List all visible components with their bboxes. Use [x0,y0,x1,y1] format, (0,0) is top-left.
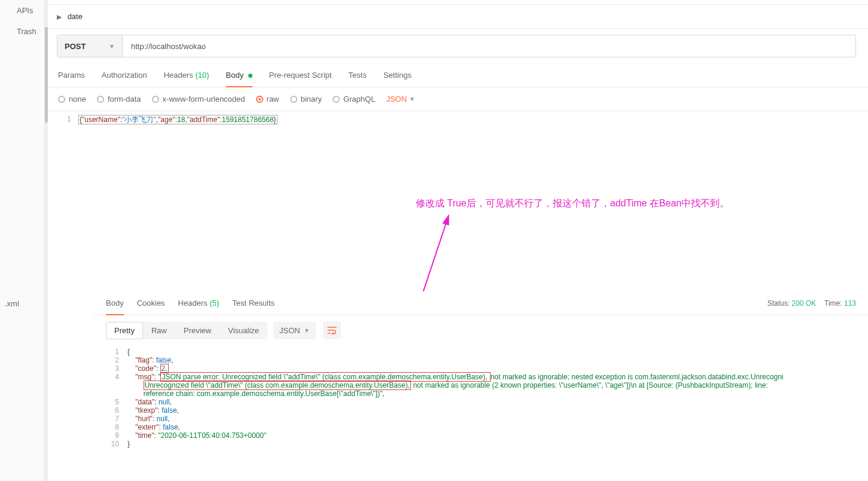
radio-form-data[interactable]: form-data [97,95,141,103]
content-type-select[interactable]: JSON ▼ [386,95,415,103]
sidebar: APIs Trash .xml [0,0,45,481]
resp-tab-cookies[interactable]: Cookies [137,291,165,315]
view-raw[interactable]: Raw [143,322,175,339]
tab-prerequest[interactable]: Pre-request Script [269,63,332,87]
tab-headers-label: Headers [164,71,193,80]
chevron-right-icon: ▶ [57,13,62,21]
main-panel: ▶ date POST ▼ Params Authorization Heade… [45,0,868,481]
tab-tests[interactable]: Tests [349,63,367,87]
url-input[interactable] [123,35,856,57]
wrap-toggle-icon[interactable] [323,321,341,339]
radio-graphql[interactable]: GraphQL [333,95,375,103]
tab-params[interactable]: Params [58,63,85,87]
collapse-label: date [68,12,83,21]
view-pretty[interactable]: Pretty [106,322,143,339]
radio-binary[interactable]: binary [290,95,322,103]
scroll-thumb[interactable] [45,27,48,123]
tab-settings[interactable]: Settings [383,63,412,87]
response-toolbar: Pretty Raw Preview Visualize JSON ▼ [94,315,868,345]
tab-headers-count: (10) [195,71,209,80]
chevron-down-icon: ▼ [304,327,310,334]
request-url-row: POST ▼ [45,29,868,63]
sidebar-trash[interactable]: Trash [0,21,44,42]
annotation-text: 修改成 True后，可见就不行了，报这个错了，addTime 在Bean中找不到… [416,197,729,210]
editor-code: {"userName":"小李飞刀","age":18,"addTime":15… [78,115,278,125]
resp-tab-body[interactable]: Body [106,291,124,315]
response-body-editor[interactable]: 1{ 2 "flag": false, 3 "code": 2, 4 "msg"… [94,345,868,450]
tab-body-label: Body [226,71,244,80]
resp-tab-headers[interactable]: Headers (5) [178,291,220,315]
sidebar-xml-label: .xml [0,297,24,310]
tab-body[interactable]: Body [226,63,252,87]
view-visualize[interactable]: Visualize [220,322,267,339]
view-preview[interactable]: Preview [175,322,220,339]
line-number: 1 [58,115,71,125]
request-body-editor[interactable]: 1 {"userName":"小李飞刀","age":18,"addTime":… [45,111,868,129]
scrollbar[interactable] [45,0,48,481]
radio-urlencoded[interactable]: x-www-form-urlencoded [152,95,245,103]
response-status: Status: 200 OK Time: 113 [768,291,856,315]
chevron-down-icon: ▼ [409,96,415,102]
collapse-row[interactable]: ▶ date [45,5,868,29]
tab-headers[interactable]: Headers (10) [164,63,209,87]
chevron-down-icon: ▼ [109,43,115,50]
radio-raw[interactable]: raw [256,95,279,103]
radio-none[interactable]: none [58,95,86,103]
response-section: Body Cookies Headers (5) Test Results St… [94,291,868,481]
response-tabs: Body Cookies Headers (5) Test Results St… [94,291,868,315]
request-tabs: Params Authorization Headers (10) Body P… [45,63,868,87]
sidebar-apis[interactable]: APIs [0,0,44,21]
format-select[interactable]: JSON ▼ [273,322,316,339]
method-select[interactable]: POST ▼ [57,35,123,57]
resp-tab-testresults[interactable]: Test Results [232,291,275,315]
modified-dot-icon [248,74,252,78]
tabs-bar [45,0,868,5]
tab-authorization[interactable]: Authorization [102,63,147,87]
body-type-row: none form-data x-www-form-urlencoded raw… [45,87,868,111]
method-value: POST [65,42,86,51]
